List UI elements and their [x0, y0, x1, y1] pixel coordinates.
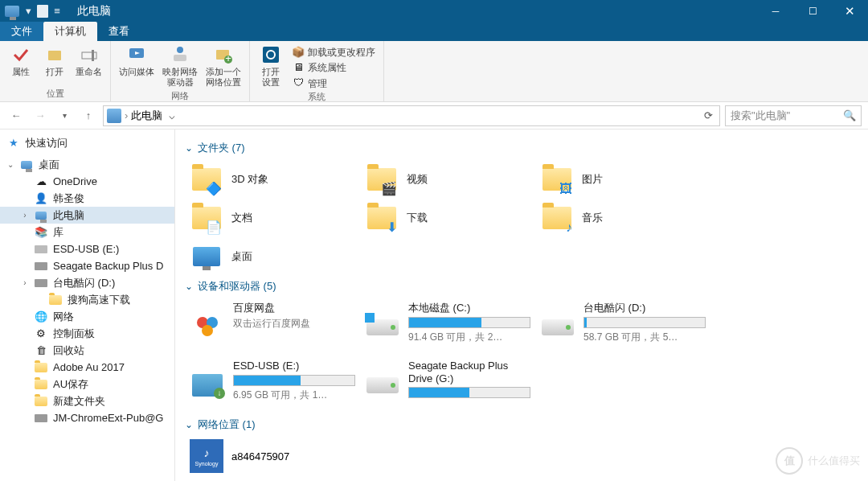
usage-bar [408, 387, 530, 398]
chevron-down-icon[interactable]: ⌵ [166, 109, 178, 121]
folder-item[interactable]: 桌面 [185, 237, 360, 276]
close-button[interactable]: ✕ [831, 0, 868, 22]
group-label-location: 位置 [47, 87, 64, 101]
settings-button[interactable]: 打开 设置 [255, 43, 287, 89]
svg-rect-14 [35, 279, 47, 287]
media-button[interactable]: 访问媒体 [116, 43, 158, 89]
tree-icon [48, 293, 63, 307]
drive-item[interactable]: 百度网盘双击运行百度网盘 [185, 298, 360, 356]
tree-icon [34, 276, 48, 290]
ribbon-tabs: 文件 计算机 查看 [0, 22, 868, 41]
folder-item[interactable]: 🎬视频 [360, 160, 535, 199]
qat-down-icon[interactable]: ▾ [21, 4, 35, 18]
folder-item[interactable]: 🖼图片 [535, 160, 710, 199]
folder-icon: 🖼 [540, 162, 574, 196]
sidebar-item[interactable]: ⚙控制面板 [0, 325, 174, 342]
folder-item[interactable]: ⬇下载 [360, 199, 535, 237]
svg-point-18 [202, 325, 213, 336]
chevron-icon[interactable]: › [21, 278, 29, 287]
sidebar-item[interactable]: 新建文件夹 [0, 393, 174, 409]
svg-rect-1 [82, 52, 96, 59]
sidebar-quick-access[interactable]: ★快速访问 [0, 134, 174, 151]
chevron-icon[interactable]: › [21, 211, 29, 220]
sidebar-item[interactable]: JM-ChromeExt-Pub@G [0, 409, 174, 426]
tree-label: 网络 [53, 310, 74, 324]
drive-item[interactable]: 台电酷闪 (D:)58.7 GB 可用，共 5… [535, 298, 710, 356]
folder-item[interactable]: ♪音乐 [535, 199, 710, 237]
sidebar-item[interactable]: ›台电酷闪 (D:) [0, 274, 174, 291]
content-area[interactable]: ⌄文件夹 (7) 🔷3D 对象🎬视频🖼图片📄文档⬇下载♪音乐桌面 ⌄设备和驱动器… [175, 130, 868, 481]
drive-item[interactable]: Seagate Backup Plus Drive (G:) [360, 356, 535, 414]
chevron-down-icon[interactable]: ⌄ [185, 281, 193, 292]
rename-button[interactable]: 重命名 [72, 43, 105, 79]
ribbon-group-network: 访问媒体 映射网络 驱动器 + 添加一个 网络位置 网络 [111, 41, 250, 101]
tree-icon: 🌐 [34, 310, 48, 324]
manage-button[interactable]: 🛡管理 [289, 76, 379, 90]
add-netloc-button[interactable]: + 添加一个 网络位置 [203, 43, 244, 89]
drive-item[interactable]: ↓ESD-USB (E:)6.95 GB 可用，共 1… [185, 356, 360, 414]
sysprops-button[interactable]: 🖥系统属性 [289, 60, 379, 74]
drive-icon [540, 310, 575, 345]
tree-label: ESD-USB (E:) [53, 243, 119, 255]
usage-bar [408, 317, 530, 328]
sidebar-item[interactable]: AU保存 [0, 376, 174, 393]
drive-item[interactable]: 本地磁盘 (C:)91.4 GB 可用，共 2… [360, 298, 535, 356]
map-drive-icon [170, 44, 190, 65]
maximize-button[interactable]: ☐ [794, 0, 831, 22]
folder-item[interactable]: 🔷3D 对象 [185, 160, 360, 199]
open-button[interactable]: 打开 [39, 43, 71, 79]
tree-label: 回收站 [53, 343, 84, 358]
sidebar-item[interactable]: ESD-USB (E:) [0, 240, 174, 257]
uninstall-button[interactable]: 📦卸载或更改程序 [289, 44, 379, 59]
qat-menu-icon[interactable]: ≡ [50, 4, 64, 18]
navigation-pane[interactable]: ★快速访问 ⌄桌面 ☁OneDrive👤韩圣俊›此电脑📚库ESD-USB (E:… [0, 130, 175, 481]
sidebar-item[interactable]: 🌐网络 [0, 308, 174, 325]
back-button[interactable]: ← [6, 106, 26, 125]
tab-computer[interactable]: 计算机 [43, 22, 97, 41]
tree-label: 台电酷闪 (D:) [53, 276, 115, 290]
sidebar-item[interactable]: ☁OneDrive [0, 173, 174, 190]
up-button[interactable]: ↑ [79, 106, 98, 125]
breadcrumb[interactable]: › 此电脑 ⌵ ⟳ [103, 105, 720, 126]
recent-button[interactable]: ▾ [55, 106, 74, 125]
forward-button[interactable]: → [31, 106, 50, 125]
map-drive-button[interactable]: 映射网络 驱动器 [159, 43, 201, 89]
sidebar-item[interactable]: Adobe Au 2017 [0, 359, 174, 376]
chevron-down-icon[interactable]: ⌄ [185, 142, 193, 154]
properties-button[interactable]: 属性 [5, 43, 37, 79]
svg-rect-15 [35, 414, 47, 422]
item-label: 桌面 [231, 249, 355, 264]
search-input[interactable]: 搜索"此电脑" 🔍 [725, 105, 862, 126]
qat-computer-icon[interactable] [5, 4, 19, 18]
section-folders[interactable]: ⌄文件夹 (7) [185, 141, 865, 155]
sidebar-desktop[interactable]: ⌄桌面 [0, 156, 174, 173]
minimize-button[interactable]: ─ [757, 0, 794, 22]
chevron-down-icon[interactable]: ⌄ [185, 419, 193, 430]
sidebar-item[interactable]: 🗑回收站 [0, 342, 174, 359]
sidebar-item[interactable]: 📚库 [0, 224, 174, 240]
tab-file[interactable]: 文件 [0, 22, 43, 41]
watermark-icon: 值 [776, 447, 803, 475]
sidebar-item[interactable]: 👤韩圣俊 [0, 190, 174, 207]
tab-view[interactable]: 查看 [97, 22, 141, 41]
tree-label: 搜狗高速下载 [68, 293, 130, 307]
tree-icon: 🗑 [34, 343, 48, 358]
sidebar-item[interactable]: ›此电脑 [0, 207, 174, 224]
section-drives[interactable]: ⌄设备和驱动器 (5) [185, 279, 865, 294]
network-item[interactable]: ♪Synologya846475907 [185, 437, 378, 475]
section-netloc[interactable]: ⌄网络位置 (1) [185, 417, 865, 432]
qat-doc-icon[interactable] [37, 5, 48, 18]
sidebar-item[interactable]: Seagate Backup Plus D [0, 257, 174, 274]
add-netloc-icon: + [213, 44, 234, 65]
search-icon[interactable]: 🔍 [843, 109, 856, 121]
folder-item[interactable]: 📄文档 [185, 199, 360, 237]
ribbon: 属性 打开 重命名 位置 访问媒体 映射网络 驱动器 + [0, 41, 868, 102]
refresh-button[interactable]: ⟳ [701, 109, 716, 121]
breadcrumb-text[interactable]: 此电脑 [131, 109, 162, 123]
item-label: 音乐 [582, 211, 706, 225]
sidebar-item[interactable]: 搜狗高速下载 [0, 291, 174, 308]
chevron-down-icon[interactable]: ⌄ [6, 160, 14, 169]
check-icon [10, 44, 31, 65]
quick-access-toolbar: ▾ ≡ [0, 4, 69, 18]
svg-rect-12 [35, 245, 47, 253]
